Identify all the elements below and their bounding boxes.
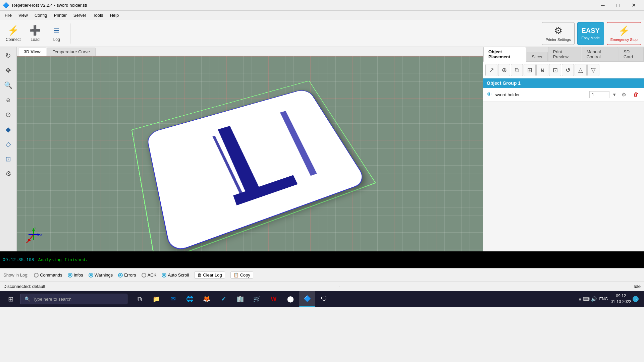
commands-filter[interactable]: Commands: [34, 273, 62, 278]
office-button[interactable]: 🏢: [232, 291, 248, 307]
infos-filter[interactable]: Infos: [68, 273, 83, 278]
object-delete-button[interactable]: 🗑: [631, 90, 641, 99]
connect-button[interactable]: ⚡ Connect: [3, 22, 24, 45]
tray-volume-icon[interactable]: 🔊: [591, 296, 597, 302]
app-title: Repetier-Host V2.2.4 - sword holder.stl: [12, 3, 87, 8]
rotate-tool-button[interactable]: ↻: [2, 49, 15, 62]
infos-radio[interactable]: [68, 273, 72, 278]
shop-button[interactable]: 🛒: [249, 291, 265, 307]
add-object-button[interactable]: ⊕: [498, 64, 510, 76]
todo-button[interactable]: ✔: [215, 291, 231, 307]
errors-filter[interactable]: Errors: [118, 273, 136, 278]
move-tool-button[interactable]: ✥: [2, 64, 15, 77]
printer-settings-button[interactable]: ⚙ Printer Settings: [542, 22, 574, 45]
tab-sd-card[interactable]: SD Card: [619, 47, 644, 61]
tab-print-preview[interactable]: Print Preview: [548, 47, 581, 61]
scale-up-button[interactable]: △: [575, 64, 587, 76]
solid-view-button[interactable]: ◆: [2, 123, 15, 136]
object-group-title: Object Group 1: [487, 80, 521, 86]
toolbar: ⚡ Connect ➕ Load ≡ Log ⚙ Printer Setting…: [0, 20, 644, 47]
menu-server[interactable]: Server: [70, 11, 90, 19]
object-row: 👁 sword holder ▼ ⚙ 🗑: [483, 88, 644, 102]
left-panel: ↻ ✥ 🔍 ⊖ ⊙ ◆ ◇ ⊡ ⚙: [0, 47, 17, 251]
tray-time-date[interactable]: 09:12 01-10-2022: [611, 293, 631, 305]
log-toolbar: Show in Log: Commands Infos Warnings Err…: [0, 268, 644, 282]
tab-3d-view[interactable]: 3D View: [18, 48, 46, 56]
duplicate-button[interactable]: ⧉: [511, 64, 523, 76]
menu-tools[interactable]: Tools: [90, 11, 106, 19]
titlebar-controls[interactable]: ─ □ ✕: [595, 0, 641, 11]
layers-button[interactable]: ⊡: [2, 152, 15, 166]
connection-status: Disconnected: default: [3, 284, 45, 289]
log-button[interactable]: ≡ Log: [47, 22, 67, 45]
emergency-stop-icon: ⚡: [618, 25, 630, 36]
warnings-filter[interactable]: Warnings: [89, 273, 113, 278]
menu-view[interactable]: View: [15, 11, 31, 19]
tab-object-placement[interactable]: Object Placement: [483, 47, 526, 62]
maximize-button[interactable]: □: [610, 0, 626, 11]
right-panel-toolbar: ↗ ⊕ ⧉ ⊞ ⊎ ⊡ ↺ △ ▽: [483, 62, 644, 78]
grid-button[interactable]: ⊞: [524, 64, 536, 76]
wireframe-button[interactable]: ◇: [2, 137, 15, 151]
system-tray: ∧ ⌨ 🔊 ENG 09:12 01-10-2022 6: [576, 293, 641, 305]
axis-indicator: Y X Z: [23, 225, 44, 245]
auto-scroll-radio[interactable]: [162, 273, 166, 278]
log-area: 09:12:35.108 Analysing finished.: [0, 251, 644, 268]
menu-file[interactable]: File: [1, 11, 15, 19]
firefox-button[interactable]: 🦊: [199, 291, 215, 307]
right-panel: Object Placement Slicer Print Preview Ma…: [483, 47, 644, 251]
warnings-radio[interactable]: [89, 273, 93, 278]
repetier-button[interactable]: 🔷: [299, 291, 315, 307]
security-button[interactable]: 🛡: [316, 291, 332, 307]
settings-tool-button[interactable]: ⚙: [2, 167, 15, 180]
object-count-input[interactable]: [589, 91, 609, 98]
copy-button[interactable]: 📋 Copy: [230, 272, 253, 279]
ack-label: ACK: [148, 273, 157, 278]
zoom-in-button[interactable]: 🔍: [2, 78, 15, 92]
sword-part-right: [280, 111, 317, 176]
emergency-stop-button[interactable]: ⚡ Emergency Stop: [607, 22, 641, 45]
menu-printer[interactable]: Printer: [50, 11, 70, 19]
tray-chevron-icon[interactable]: ∧: [578, 296, 582, 302]
tray-keyboard-icon[interactable]: ⌨: [583, 296, 590, 302]
clear-log-button[interactable]: 🗑 Clear Log: [194, 272, 225, 279]
word-button[interactable]: W: [266, 291, 282, 307]
menu-help[interactable]: Help: [106, 11, 122, 19]
tray-language[interactable]: ENG: [598, 297, 609, 301]
web-browser-button[interactable]: 🌐: [182, 291, 198, 307]
zoom-out-button[interactable]: ⊖: [2, 93, 15, 107]
outlook-button[interactable]: ✉: [165, 291, 181, 307]
scale-down-button[interactable]: ▽: [587, 64, 599, 76]
errors-radio[interactable]: [118, 273, 123, 278]
tab-manual-control[interactable]: Manual Control: [582, 47, 618, 61]
start-button[interactable]: ⊞: [3, 291, 19, 307]
search-icon: 🔍: [24, 296, 30, 302]
count-dropdown-icon[interactable]: ▼: [612, 92, 616, 97]
tab-slicer[interactable]: Slicer: [527, 52, 548, 61]
visibility-toggle[interactable]: 👁: [487, 92, 492, 98]
easy-mode-button[interactable]: EASY Easy Mode: [577, 22, 604, 45]
fit-button[interactable]: ⊡: [549, 64, 561, 76]
center-button[interactable]: ⊎: [536, 64, 548, 76]
menu-config[interactable]: Config: [31, 11, 51, 19]
viewport[interactable]: Y X Z: [17, 56, 483, 251]
log-message: Analysing finished.: [38, 257, 88, 262]
ack-radio[interactable]: [142, 273, 146, 278]
taskbar-search[interactable]: 🔍 Type here to search: [20, 294, 127, 304]
infos-label: Infos: [74, 273, 83, 278]
object-settings-button[interactable]: ⚙: [619, 90, 629, 99]
auto-scroll-filter[interactable]: Auto Scroll: [162, 273, 189, 278]
chrome-button[interactable]: ⬤: [282, 291, 299, 307]
export-button[interactable]: ↗: [485, 64, 497, 76]
file-explorer-button[interactable]: 📁: [148, 291, 164, 307]
notification-badge[interactable]: 6: [633, 296, 639, 302]
ack-filter[interactable]: ACK: [142, 273, 157, 278]
rotate-object-button[interactable]: ↺: [562, 64, 574, 76]
tab-temperature-curve[interactable]: Temperature Curve: [47, 48, 96, 56]
task-view-button[interactable]: ⧉: [131, 291, 148, 307]
minimize-button[interactable]: ─: [595, 0, 610, 11]
reset-view-button[interactable]: ⊙: [2, 108, 15, 121]
close-button[interactable]: ✕: [626, 0, 641, 11]
load-button[interactable]: ➕ Load: [25, 22, 45, 45]
commands-radio[interactable]: [34, 273, 39, 278]
